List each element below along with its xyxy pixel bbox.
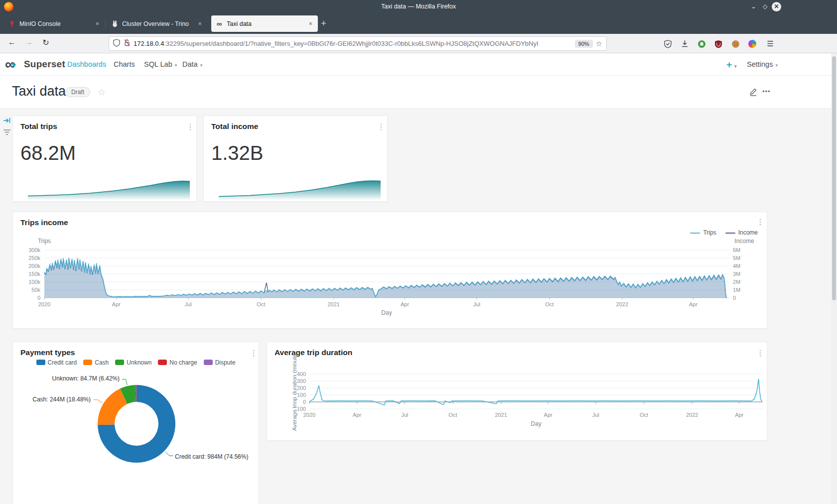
hamburger-menu-icon[interactable]: ☰ xyxy=(765,39,775,49)
chevron-down-icon: ▾ xyxy=(734,64,737,69)
svg-text:Day: Day xyxy=(531,420,541,427)
url-bar[interactable]: 172.18.0.4:32295/superset/dashboard/1/?n… xyxy=(109,36,607,51)
svg-text:250k: 250k xyxy=(28,255,40,261)
svg-text:200: 200 xyxy=(297,385,306,391)
svg-text:2021: 2021 xyxy=(327,301,339,307)
total-trips-sparkline[interactable] xyxy=(28,176,190,200)
donut-label-credit-card: Credit card: 984M (74.56%) xyxy=(175,453,248,460)
superset-navbar: ∞ Superset Dashboards Charts SQL Lab▾ Da… xyxy=(0,53,837,76)
svg-text:Oct: Oct xyxy=(448,412,457,418)
svg-text:100: 100 xyxy=(297,392,306,398)
extension-ghostery-icon[interactable] xyxy=(697,39,706,49)
page-title: Taxi data xyxy=(12,84,66,99)
svg-text:Oct: Oct xyxy=(257,301,265,307)
forward-button[interactable]: → xyxy=(23,38,35,47)
svg-text:3M: 3M xyxy=(733,271,740,277)
more-options-button[interactable]: ••• xyxy=(762,88,771,95)
trips-income-card: Trips income ⋮ Trips Income 300k6M250k5M… xyxy=(12,212,767,329)
total-income-sparkline[interactable] xyxy=(219,176,381,200)
browser-toolbar: ← → ↻ 172.18.0.4:32295/superset/dashboar… xyxy=(0,34,837,53)
tracking-shield-icon[interactable] xyxy=(113,39,120,49)
svg-text:0: 0 xyxy=(37,295,40,301)
svg-text:400: 400 xyxy=(297,371,306,377)
kebab-menu-icon[interactable]: ⋮ xyxy=(377,123,385,131)
edit-dashboard-button[interactable] xyxy=(748,87,758,99)
tab-close-icon[interactable]: × xyxy=(196,20,203,27)
svg-text:Trips: Trips xyxy=(38,238,51,245)
insecure-lock-icon[interactable] xyxy=(124,39,131,49)
tab-minio-console[interactable]: MinIO Console × xyxy=(4,15,105,32)
svg-text:Day: Day xyxy=(381,309,392,316)
payment-types-donut-chart[interactable] xyxy=(13,342,260,504)
tab-trino[interactable]: Cluster Overview - Trino × xyxy=(107,15,207,32)
close-button[interactable]: ✕ xyxy=(772,2,781,11)
new-tab-button[interactable]: + xyxy=(321,18,326,28)
window-title: Taxi data — Mozilla Firefox xyxy=(0,0,837,13)
add-new-button[interactable]: +▾ xyxy=(726,53,737,76)
svg-text:Apr: Apr xyxy=(112,301,121,307)
extension-pinwheel-icon[interactable] xyxy=(747,39,757,49)
draft-badge: Draft xyxy=(65,87,90,97)
minio-icon xyxy=(8,20,16,28)
svg-text:Jul: Jul xyxy=(592,412,599,418)
favorite-star-icon[interactable]: ☆ xyxy=(98,87,106,98)
extension-ublock-icon[interactable] xyxy=(713,39,723,49)
bookmark-star-icon[interactable]: ☆ xyxy=(596,39,602,48)
svg-text:300k: 300k xyxy=(28,247,40,253)
svg-text:2022: 2022 xyxy=(686,412,698,418)
firefox-window: Taxi data — Mozilla Firefox ⌄ ◇ ✕ MinIO … xyxy=(0,0,837,504)
card-title: Total income xyxy=(211,122,258,131)
scrollbar-thumb[interactable] xyxy=(832,56,836,300)
kebab-menu-icon[interactable]: ⋮ xyxy=(186,123,194,131)
svg-text:0: 0 xyxy=(733,295,736,301)
downloads-icon[interactable] xyxy=(680,39,690,49)
tab-separator xyxy=(105,19,106,28)
nav-sql-lab[interactable]: SQL Lab▾ xyxy=(144,53,177,76)
svg-text:2022: 2022 xyxy=(616,301,628,307)
card-title: Total trips xyxy=(20,122,57,131)
extension-cookie-icon[interactable] xyxy=(730,39,740,49)
avg-trip-duration-chart[interactable]: 4003002001000-1002020AprJulOct2021AprJul… xyxy=(267,342,768,441)
svg-text:Apr: Apr xyxy=(735,412,743,418)
nav-charts[interactable]: Charts xyxy=(114,53,135,76)
svg-text:Apr: Apr xyxy=(689,301,698,307)
nav-dashboards[interactable]: Dashboards xyxy=(67,53,106,76)
zoom-indicator[interactable]: 90% xyxy=(575,40,593,48)
tab-close-icon[interactable]: × xyxy=(94,20,101,27)
dashboard-body: Total trips ⋮ 68.2M Total income ⋮ 1.32B… xyxy=(0,109,837,504)
svg-text:Apr: Apr xyxy=(353,412,361,418)
svg-text:Oct: Oct xyxy=(545,301,554,307)
back-button[interactable]: ← xyxy=(6,38,18,47)
filters-icon[interactable] xyxy=(3,128,11,137)
total-income-card: Total income ⋮ 1.32B xyxy=(203,116,388,202)
tab-label: Taxi data xyxy=(227,20,303,27)
minimize-button[interactable]: ⌄ xyxy=(749,2,758,11)
svg-text:Jul: Jul xyxy=(473,301,480,307)
trino-icon xyxy=(111,20,119,28)
svg-text:2M: 2M xyxy=(733,279,740,285)
tab-close-icon[interactable]: × xyxy=(307,20,314,27)
chevron-down-icon: ▾ xyxy=(775,63,778,68)
svg-text:2020: 2020 xyxy=(303,412,315,418)
svg-text:Income: Income xyxy=(734,238,754,245)
avg-trip-duration-card: Average trip duration ⋮ Average trinp du… xyxy=(267,342,767,441)
payment-types-card: Payment types ⋮ Credit card Cash Unknown… xyxy=(12,342,259,504)
svg-text:-100: -100 xyxy=(295,406,306,412)
chevron-down-icon: ▾ xyxy=(175,63,177,68)
total-trips-card: Total trips ⋮ 68.2M xyxy=(12,116,197,202)
nav-data[interactable]: Data▾ xyxy=(182,53,202,76)
svg-text:2020: 2020 xyxy=(38,301,50,307)
expand-filter-bar-button[interactable] xyxy=(3,117,11,126)
maximize-button[interactable]: ◇ xyxy=(760,2,770,11)
url-text[interactable]: 172.18.0.4:32295/superset/dashboard/1/?n… xyxy=(134,40,572,47)
trips-income-chart[interactable]: 300k6M250k5M200k4M150k3M100k2M50k1M00Tri… xyxy=(13,212,768,329)
permissions-shield-icon[interactable] xyxy=(663,39,673,49)
reload-button[interactable]: ↻ xyxy=(40,38,52,47)
svg-text:Apr: Apr xyxy=(401,301,409,307)
page-scrollbar[interactable] xyxy=(831,53,837,504)
svg-text:6M: 6M xyxy=(733,247,740,253)
tab-taxi-data[interactable]: ∞ Taxi data × xyxy=(211,15,318,32)
svg-text:2021: 2021 xyxy=(495,412,507,418)
settings-menu[interactable]: Settings▾ xyxy=(747,53,778,76)
tab-label: MinIO Console xyxy=(19,20,90,27)
